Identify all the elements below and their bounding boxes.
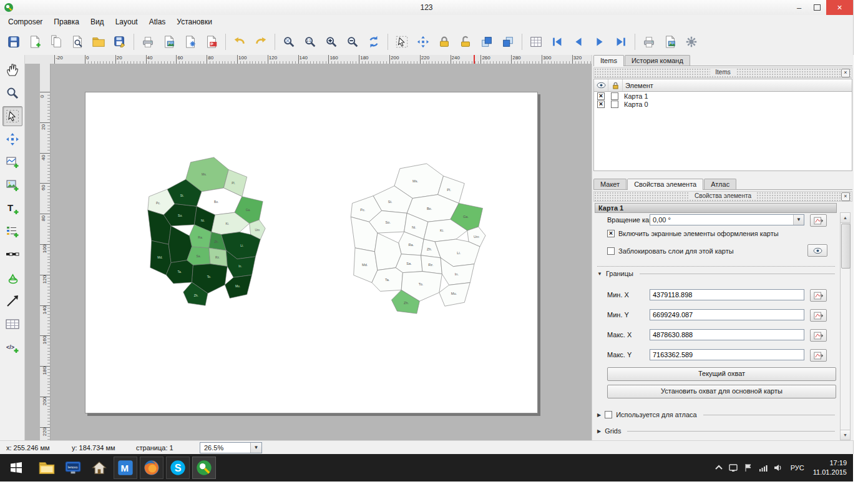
tab-items[interactable]: Items: [593, 55, 624, 66]
tab-item-properties[interactable]: Свойства элемента: [627, 179, 703, 190]
composition-page[interactable]: Ms.Pl.Pc.St.Bo.Ga.So.Ni.Ki.UmRa.Zh.Li.Md…: [85, 92, 538, 413]
export-pdf-button[interactable]: [202, 32, 222, 52]
zoom-level-combo[interactable]: 26.5% ▼: [200, 442, 262, 453]
add-image-tool[interactable]: [2, 175, 22, 195]
controlled-by-atlas-checkbox[interactable]: [605, 411, 612, 418]
zoom-in-button[interactable]: [321, 32, 341, 52]
duplicate-composition-button[interactable]: [46, 32, 66, 52]
zoom-out-button[interactable]: [343, 32, 363, 52]
menu-layout[interactable]: Layout: [110, 16, 144, 27]
scroll-down-button[interactable]: ▼: [841, 430, 850, 440]
atlas-settings-button[interactable]: [681, 32, 701, 52]
move-item-content-button[interactable]: [413, 32, 433, 52]
atlas-previous-feature-button[interactable]: [568, 32, 588, 52]
composer-canvas[interactable]: 020406080100120140160180200220 Ms.Pl.Pc.…: [25, 64, 592, 440]
close-button[interactable]: ×: [826, 0, 853, 15]
taskbar-homegroup[interactable]: [87, 457, 111, 479]
add-arrow-tool[interactable]: [2, 291, 22, 311]
rotation-data-defined-button[interactable]: [810, 214, 827, 227]
items-panel-header[interactable]: Items ×: [593, 67, 852, 78]
zoom-full-button[interactable]: [279, 32, 299, 52]
restore-button[interactable]: [808, 0, 826, 15]
tray-network-signal[interactable]: [759, 463, 768, 472]
add-basic-shape-tool[interactable]: [2, 268, 22, 288]
extent-max-x-data-defined-button[interactable]: [810, 329, 827, 342]
taskbar-lenovo[interactable]: lenovo: [61, 457, 85, 479]
scrollbar-thumb[interactable]: [841, 224, 851, 269]
atlas-preview-button[interactable]: [526, 32, 546, 52]
tray-action-center[interactable]: [744, 463, 753, 472]
refresh-view-button[interactable]: [364, 32, 384, 52]
lock-layers-checkbox[interactable]: [607, 247, 615, 255]
menu-view[interactable]: Вид: [85, 16, 110, 27]
extents-section-header[interactable]: ▼ Границы: [597, 270, 835, 277]
export-atlas-as-image-button[interactable]: [660, 32, 680, 52]
menu-edit[interactable]: Правка: [48, 16, 85, 27]
unlock-all-items-button[interactable]: [456, 32, 475, 52]
taskbar-firefox[interactable]: [140, 457, 163, 479]
draw-canvas-items-checkbox[interactable]: ×: [607, 230, 615, 237]
map-item-1[interactable]: Ms.Pl.Pc.St.Bo.Ga.So.Ni.Ki.UmRa.Zh.Li.Md…: [344, 161, 491, 322]
open-button[interactable]: [89, 32, 109, 52]
current-extent-button[interactable]: Текущий охват: [607, 367, 836, 381]
tab-command-history[interactable]: История команд: [625, 55, 690, 66]
scroll-up-button[interactable]: ▲: [841, 213, 850, 223]
lock-checkbox[interactable]: [611, 101, 618, 108]
zoom-tool[interactable]: [2, 83, 22, 103]
move-item-content-tool[interactable]: [2, 129, 22, 149]
chevron-down-icon[interactable]: ▼: [793, 215, 804, 225]
taskbar-qgis[interactable]: [192, 457, 216, 479]
atlas-last-feature-button[interactable]: [611, 32, 631, 52]
add-new-map-tool[interactable]: [2, 152, 22, 172]
print-button[interactable]: [138, 32, 158, 52]
extent-min-y-input[interactable]: [650, 309, 804, 320]
extent-max-x-input[interactable]: [650, 329, 804, 340]
map-item-0[interactable]: Ms.Pl.Pc.St.Bo.Ga.So.Ni.Ki.UmRa.Zh.Li.Md…: [142, 155, 270, 314]
lower-selected-items-button[interactable]: [498, 32, 518, 52]
tab-layout[interactable]: Макет: [593, 179, 627, 189]
add-html-frame-tool[interactable]: </>: [2, 337, 22, 357]
new-composition-button[interactable]: [25, 32, 45, 52]
controlled-by-atlas-section-header[interactable]: ▶Используется для атласа: [597, 411, 835, 418]
save-button[interactable]: [4, 32, 24, 52]
set-main-map-extent-button[interactable]: Установить охват для основной карты: [607, 385, 836, 398]
print-atlas-button[interactable]: [639, 32, 659, 52]
visibility-preset-button[interactable]: [807, 244, 827, 257]
chevron-down-icon[interactable]: ▼: [250, 443, 261, 453]
menu-settings[interactable]: Установки: [171, 16, 217, 27]
pan-tool[interactable]: [2, 60, 22, 80]
properties-scrollbar[interactable]: ▲ ▼: [840, 212, 851, 440]
tab-atlas[interactable]: Атлас: [704, 179, 736, 189]
atlas-next-feature-button[interactable]: [590, 32, 610, 52]
language-indicator[interactable]: РУС: [791, 464, 804, 472]
start-button[interactable]: [4, 458, 29, 477]
extent-min-y-data-defined-button[interactable]: [810, 309, 827, 322]
taskbar-file-explorer[interactable]: [35, 457, 59, 479]
item-row[interactable]: ×Карта 1: [594, 92, 852, 100]
grids-section-header[interactable]: ▶Grids: [597, 427, 835, 435]
menu-composer[interactable]: Composer: [2, 16, 48, 27]
tray-tablet-device[interactable]: [729, 463, 738, 472]
item-row[interactable]: ×Карта 0: [594, 100, 852, 108]
export-image-button[interactable]: [159, 32, 179, 52]
taskbar-skype[interactable]: S: [166, 457, 190, 479]
visibility-checkbox[interactable]: ×: [597, 101, 605, 108]
raise-selected-items-button[interactable]: [477, 32, 497, 52]
select-move-item-tool[interactable]: [2, 106, 22, 126]
extent-min-x-input[interactable]: [650, 289, 804, 300]
menu-atlas[interactable]: Atlas: [144, 16, 172, 27]
visibility-checkbox[interactable]: ×: [597, 92, 605, 100]
tray-hidden-icons[interactable]: [714, 463, 723, 472]
atlas-first-feature-button[interactable]: [547, 32, 567, 52]
map-rotation-combo[interactable]: 0,00 ° ▼: [650, 214, 804, 225]
properties-panel-header[interactable]: Свойства элемента ×: [593, 191, 852, 202]
minimize-button[interactable]: –: [790, 0, 808, 15]
select-move-item-button[interactable]: [392, 32, 412, 52]
add-new-scalebar-tool[interactable]: [2, 245, 22, 265]
add-new-legend-tool[interactable]: [2, 222, 22, 242]
lock-checkbox[interactable]: [611, 92, 618, 100]
save-as-button[interactable]: [110, 32, 130, 52]
export-svg-button[interactable]: [180, 32, 200, 52]
undo-button[interactable]: [230, 32, 250, 52]
composer-manager-button[interactable]: [67, 32, 87, 52]
